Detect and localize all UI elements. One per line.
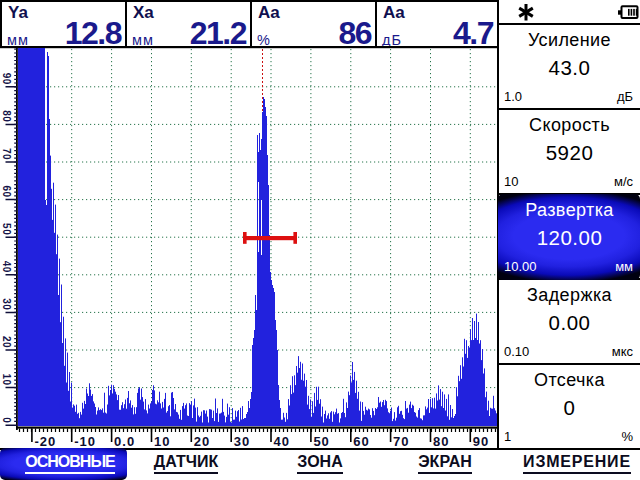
svg-text:0.0: 0.0 bbox=[114, 434, 135, 449]
svg-text:20: 20 bbox=[1, 336, 12, 348]
svg-text:50: 50 bbox=[1, 223, 12, 235]
svg-text:40: 40 bbox=[274, 434, 290, 449]
svg-text:10: 10 bbox=[1, 373, 12, 385]
svg-text:-20: -20 bbox=[34, 434, 56, 449]
svg-text:30: 30 bbox=[234, 434, 250, 449]
svg-text:90: 90 bbox=[1, 73, 12, 85]
svg-text:80: 80 bbox=[1, 110, 12, 122]
svg-text:40: 40 bbox=[1, 261, 12, 273]
svg-text:70: 70 bbox=[393, 434, 409, 449]
svg-text:20: 20 bbox=[194, 434, 210, 449]
svg-text:0: 0 bbox=[1, 417, 12, 423]
svg-text:80: 80 bbox=[433, 434, 449, 449]
svg-text:60: 60 bbox=[1, 185, 12, 197]
svg-text:70: 70 bbox=[1, 148, 12, 160]
svg-text:90: 90 bbox=[473, 434, 489, 449]
svg-text:-10: -10 bbox=[74, 434, 96, 449]
svg-text:50: 50 bbox=[313, 434, 329, 449]
svg-text:60: 60 bbox=[353, 434, 369, 449]
svg-text:30: 30 bbox=[1, 298, 12, 310]
svg-text:10: 10 bbox=[154, 434, 170, 449]
